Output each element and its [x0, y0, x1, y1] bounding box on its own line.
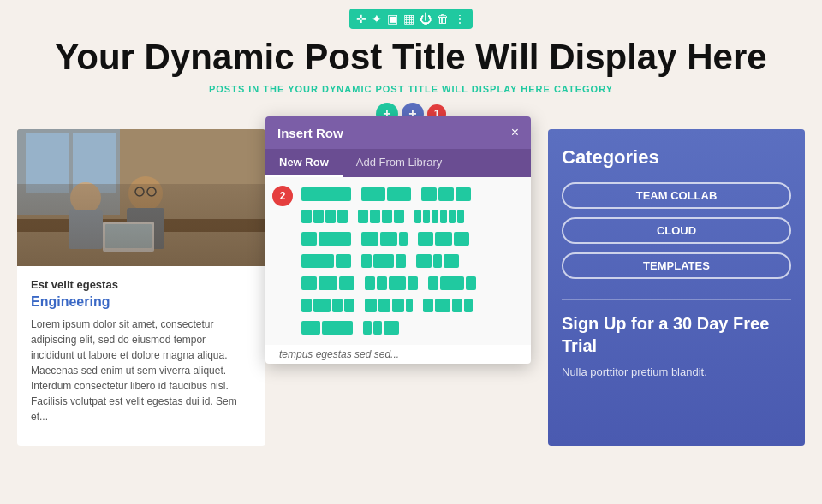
layout-asym-b[interactable] [363, 297, 414, 314]
svg-rect-9 [103, 222, 154, 252]
layout-asym-a[interactable] [300, 297, 356, 314]
layout-3-1[interactable] [300, 252, 353, 270]
sidebar-title: Categories [562, 146, 791, 169]
dialog-tabs: New Row Add From Library [265, 149, 531, 177]
category-pill-templates[interactable]: TEMPLATES [562, 252, 791, 279]
main-content: Est velit egestas Engineering Lorem ipsu… [0, 129, 822, 446]
layout-2-2-b[interactable] [363, 275, 420, 292]
left-card: Est velit egestas Engineering Lorem ipsu… [17, 129, 265, 446]
card-image [17, 129, 265, 266]
layout-row-5 [300, 275, 522, 292]
layout-wide-3[interactable] [426, 275, 478, 292]
toolbar[interactable]: ✛ ✦ ▣ ▦ ⏻ 🗑 ⋮ [349, 9, 473, 29]
sidebar-divider [562, 299, 791, 300]
layout-2-1[interactable] [360, 230, 409, 247]
card-excerpt: Lorem ipsum dolor sit amet, consectetur … [31, 317, 252, 424]
layout-4col-b[interactable] [356, 208, 406, 225]
category-pill-team-collab[interactable]: TEAM COLLAB [562, 182, 791, 209]
svg-rect-8 [127, 208, 164, 249]
bottom-preview-text: tempus egestas sed sed... [265, 345, 531, 364]
svg-rect-4 [17, 219, 265, 232]
layout-2-2[interactable] [414, 252, 461, 270]
svg-rect-6 [68, 210, 103, 249]
card-body: Est velit egestas Engineering Lorem ipsu… [17, 266, 265, 436]
layout-row-7 [300, 319, 522, 336]
svg-point-5 [70, 182, 101, 213]
layout-row-6 [300, 297, 522, 314]
layout-row-1 [300, 186, 522, 203]
svg-rect-10 [105, 224, 152, 248]
layout-6col[interactable] [413, 208, 466, 225]
layout-equal-3[interactable] [300, 275, 356, 292]
layout-asym-c[interactable] [421, 297, 474, 314]
card-category[interactable]: Engineering [31, 294, 252, 310]
dialog-header: Insert Row × [265, 116, 531, 149]
layout-row-3 [300, 230, 522, 247]
dialog-close-button[interactable]: × [511, 125, 519, 140]
tab-library[interactable]: Add From Library [342, 149, 456, 177]
layout-row-4 [300, 252, 522, 270]
layout-tall-a[interactable] [300, 319, 354, 336]
right-sidebar: Categories TEAM COLLAB CLOUD TEMPLATES S… [548, 129, 805, 446]
svg-point-11 [135, 187, 144, 196]
insert-row-dialog: Insert Row × New Row Add From Library 2 [265, 116, 531, 364]
page-title: Your Dynamic Post Title Will Display Her… [17, 38, 805, 77]
category-subtitle: POSTS IN THE YOUR DYNAMIC POST TITLE WIL… [17, 84, 805, 94]
delete-icon[interactable]: 🗑 [437, 12, 449, 26]
svg-rect-3 [73, 133, 116, 193]
signup-title: Sign Up for a 30 Day Free Trial [562, 312, 791, 357]
layout-options-grid [300, 186, 522, 336]
move-icon[interactable]: ✛ [356, 12, 366, 26]
layout-1-2[interactable] [360, 252, 408, 270]
layout-1col[interactable] [300, 186, 353, 203]
layout-1-3[interactable] [300, 230, 353, 247]
card-label: Est velit egestas [31, 278, 252, 291]
signup-text: Nulla porttitor pretium blandit. [562, 364, 791, 381]
svg-point-7 [128, 176, 163, 210]
step-badge-2: 2 [272, 186, 293, 206]
columns-icon[interactable]: ▦ [403, 12, 414, 26]
category-pill-cloud[interactable]: CLOUD [562, 217, 791, 244]
layout-1-2-1[interactable] [416, 230, 471, 247]
layout-4col-a[interactable] [300, 208, 349, 225]
settings-icon[interactable]: ✦ [372, 12, 382, 26]
tab-new-row[interactable]: New Row [265, 149, 342, 177]
svg-point-12 [147, 187, 156, 196]
dialog-title: Insert Row [277, 126, 343, 140]
layout-row-2 [300, 208, 522, 225]
layout-3col[interactable] [420, 186, 473, 203]
more-icon[interactable]: ⋮ [454, 12, 466, 26]
layout-tall-b[interactable] [361, 319, 401, 336]
dialog-body: 2 [265, 177, 531, 345]
layout-icon[interactable]: ▣ [387, 12, 398, 26]
layout-2col[interactable] [360, 186, 413, 203]
power-icon[interactable]: ⏻ [420, 12, 432, 26]
svg-rect-2 [26, 133, 68, 193]
